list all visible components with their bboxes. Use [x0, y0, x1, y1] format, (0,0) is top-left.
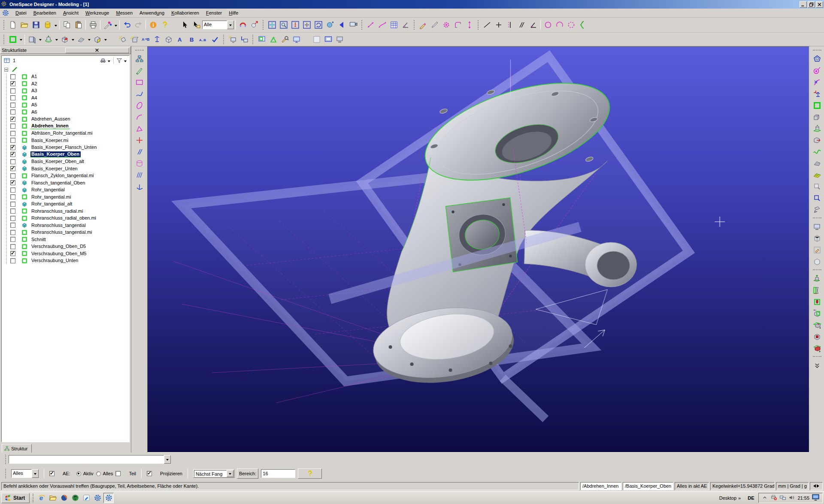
toolbar-grip[interactable] [478, 20, 479, 30]
meas-chain-button[interactable] [376, 19, 388, 30]
toolbar-grip[interactable] [3, 20, 4, 30]
tree-item-Rohranschluss_tangential[interactable]: Rohranschluss_tangential [7, 222, 129, 229]
quicklaunch-gear-blue-active[interactable] [103, 493, 114, 503]
quicklaunch-ie[interactable]: e [36, 493, 47, 503]
view-fit-button[interactable] [266, 19, 278, 30]
tree-item-A6[interactable]: A6 [7, 109, 129, 116]
toolbar-grip[interactable] [223, 35, 224, 44]
teil-checkbox[interactable] [115, 471, 121, 476]
wedge-arrow-button[interactable] [811, 204, 823, 215]
draw-line-button[interactable] [481, 19, 493, 30]
visibility-checkbox[interactable] [10, 173, 15, 178]
visibility-checkbox[interactable] [10, 208, 15, 214]
toolbar-grip[interactable] [252, 35, 253, 44]
hatch-sec-button[interactable] [133, 169, 145, 181]
help-button[interactable] [159, 19, 170, 30]
cursor-button[interactable] [179, 19, 191, 30]
view-zoombox-button[interactable] [278, 19, 289, 30]
profile-green-button[interactable] [577, 19, 588, 30]
draw-parallel-button[interactable] [516, 19, 527, 30]
op-bore-button[interactable] [811, 296, 823, 308]
star-tree-button[interactable] [811, 88, 823, 100]
quicklaunch-hs-badge[interactable]: HS [70, 493, 80, 503]
draw-point-button[interactable] [493, 19, 504, 30]
projizieren-checkbox[interactable] [147, 471, 152, 476]
spark-tv-button[interactable] [227, 34, 238, 45]
visibility-checkbox[interactable] [10, 230, 15, 235]
visibility-checkbox[interactable] [10, 187, 15, 193]
visibility-checkbox[interactable] [10, 88, 15, 94]
tab-struktur[interactable]: Struktur [2, 444, 32, 453]
tree-item-Abfräsen_Rohr_tangential.mi[interactable]: Abfräsen_Rohr_tangential.mi [7, 130, 129, 137]
pencil-box-button[interactable] [811, 244, 823, 256]
visibility-checkbox[interactable] [10, 152, 15, 157]
op-extrude-button[interactable] [811, 273, 823, 284]
green-square-button[interactable] [811, 100, 823, 111]
circle-dash-button[interactable] [565, 19, 577, 30]
viewport[interactable] [147, 46, 809, 453]
view-zoomball-button[interactable] [324, 19, 336, 30]
quicklaunch-gear-blue[interactable] [92, 493, 103, 503]
visibility-checkbox[interactable] [10, 159, 15, 164]
box3d-button[interactable] [163, 34, 174, 45]
display-filter-combo-caret[interactable] [227, 21, 234, 29]
status-scope-field[interactable]: Alles in akt AE [675, 482, 709, 490]
tree-item-Rohr_tangential.mi[interactable]: Rohr_tangential.mi [7, 193, 129, 201]
cylinder-button[interactable] [42, 19, 53, 30]
mon-frame-button[interactable] [322, 34, 334, 45]
quicklaunch-firefox[interactable] [59, 493, 69, 503]
tree-item-Basis_Koerper.mi[interactable]: Basis_Koerper.mi [7, 137, 129, 144]
selection-combo-value[interactable] [9, 455, 164, 464]
scope-combo-value[interactable]: Alles [11, 469, 32, 478]
panel-close-icon[interactable] [65, 48, 130, 53]
filter-dropdown-caret[interactable] [123, 55, 127, 66]
scope-combo-caret[interactable] [32, 469, 39, 478]
tree-item-Basis_Koerper_Oben[interactable]: Basis_Koerper_Oben [7, 151, 129, 158]
menu-werkzeuge[interactable]: Werkzeuge [82, 9, 112, 16]
tray-network-monitor[interactable] [779, 494, 786, 502]
letter-a-button[interactable]: A [174, 34, 186, 45]
display-filter-combo[interactable]: Alle [202, 21, 234, 29]
scope-combo[interactable]: Alles [11, 469, 39, 478]
restore-button[interactable] [808, 1, 815, 8]
tree-item-Basis_Koerper_Unten[interactable]: Basis_Koerper_Unten [7, 165, 129, 172]
cyl-green-base-button[interactable] [811, 123, 823, 134]
search-dropdown-caret[interactable] [106, 55, 111, 66]
tree-item-Verschraubung_Unten[interactable]: Verschraubung_Unten [7, 257, 129, 265]
mod-knife-button[interactable] [429, 19, 440, 30]
grab-part-button[interactable] [191, 19, 202, 30]
meas-dist-button[interactable] [365, 19, 376, 30]
tree-item-A2[interactable]: A2 [7, 80, 129, 88]
menu-anwendung[interactable]: Anwendung [136, 9, 168, 16]
display-filter-combo-value[interactable]: Alle [202, 21, 227, 29]
tree-collapse-icon[interactable] [4, 68, 8, 72]
status-workplane-field[interactable]: /Abdrehen_Innen [580, 482, 621, 490]
spark-box-button[interactable] [116, 34, 128, 45]
view-pan-button[interactable] [301, 19, 312, 30]
fang-combo-caret[interactable] [227, 470, 233, 477]
menu-bearbeiten[interactable]: Bearbeiten [30, 9, 60, 16]
tree-item-Flansch_Zyklon_tangential.mi[interactable]: Flansch_Zyklon_tangential.mi [7, 172, 129, 180]
tree-item-A3[interactable]: A3 [7, 88, 129, 95]
pen-green-button[interactable] [133, 65, 145, 76]
box-plain-button[interactable] [811, 256, 823, 267]
visibility-checkbox[interactable] [10, 95, 15, 100]
visibility-checkbox[interactable] [10, 103, 15, 108]
tree-item-Verschraubung_Oben_M5[interactable]: Verschraubung_Oben_M5 [7, 250, 129, 257]
spline-s-button[interactable] [133, 88, 145, 100]
screen-small-button[interactable] [334, 34, 345, 45]
tri-green-button[interactable] [267, 34, 279, 45]
desktop-chevron-icon[interactable]: » [738, 495, 741, 501]
pale-box-button[interactable] [311, 34, 322, 45]
magn-blue-button[interactable] [811, 192, 823, 204]
green-square-dropdown-caret[interactable] [18, 34, 23, 45]
clock[interactable]: 21:55 [797, 495, 809, 501]
view-back-button[interactable] [336, 19, 347, 30]
toolbar-grip[interactable] [361, 20, 362, 30]
new-doc-button[interactable] [7, 19, 18, 30]
tree-item-A4[interactable]: A4 [7, 94, 129, 102]
recolor-button[interactable] [102, 19, 113, 30]
toolbar-grip[interactable] [414, 20, 415, 30]
visibility-checkbox[interactable] [10, 258, 15, 263]
toolbar-grip[interactable] [813, 356, 821, 358]
